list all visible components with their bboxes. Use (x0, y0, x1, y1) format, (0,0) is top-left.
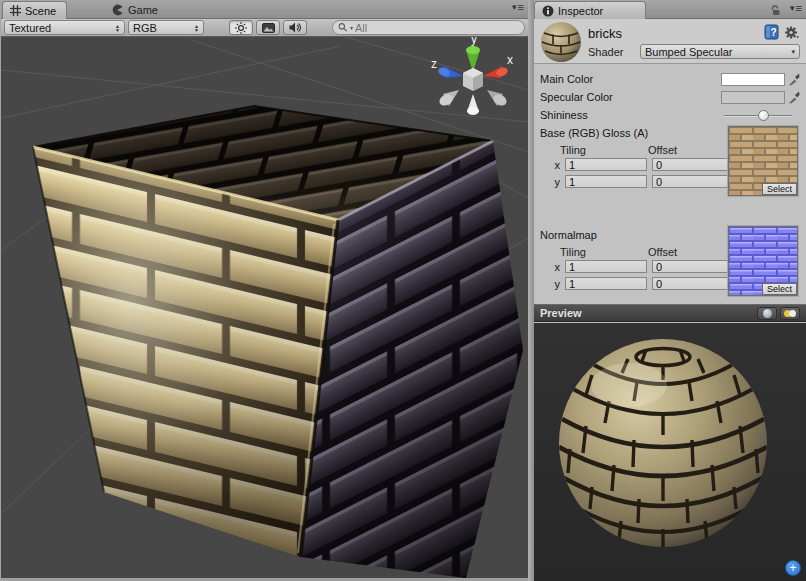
shader-value: Bumped Specular (645, 46, 791, 58)
normalmap-thumbnail[interactable]: Select (728, 226, 798, 296)
x-axis-label: x (552, 261, 560, 273)
shader-dropdown[interactable]: Bumped Specular ▾ (640, 44, 800, 59)
slider-knob[interactable] (758, 110, 769, 121)
x-axis-label: x (552, 159, 560, 171)
material-preview-area[interactable]: + (534, 323, 806, 581)
normal-tiling-y-input[interactable] (565, 277, 647, 290)
gizmo-x-axis[interactable] (483, 66, 509, 78)
normalmap-section: Normalmap Tiling Offset x y (534, 226, 806, 314)
eyedropper-icon[interactable] (788, 91, 800, 104)
base-offset-x-input[interactable] (652, 158, 728, 171)
main-color-swatch[interactable] (721, 73, 785, 86)
draw-mode-dropdown[interactable]: Textured ▲▼ (4, 20, 125, 35)
channel-mode-value: RGB (133, 22, 190, 34)
channel-mode-dropdown[interactable]: RGB ▲▼ (128, 20, 204, 35)
gizmo-x-label: x (507, 53, 513, 67)
normal-offset-x-input[interactable] (652, 260, 728, 273)
shininess-slider[interactable] (724, 109, 792, 122)
tiling-header: Tiling (552, 246, 640, 258)
add-button[interactable]: + (785, 560, 801, 576)
draw-mode-value: Textured (9, 22, 111, 34)
scene-search-field[interactable]: ▾ (332, 20, 525, 35)
preview-sphere-render (534, 323, 806, 581)
image-icon (262, 23, 275, 33)
scene-grid-icon (10, 5, 21, 16)
unity-editor-window: Scene Game ▾≡ Textured ▲▼ RGB ▲▼ (0, 0, 806, 581)
material-properties: Main Color Specular Color Shininess (534, 64, 806, 314)
scene-tabstrip: Scene Game ▾≡ (1, 0, 528, 19)
preview-title: Preview (540, 307, 754, 319)
speaker-icon (289, 22, 302, 33)
base-offset-y-input[interactable] (652, 175, 728, 188)
inspector-menu-icon[interactable]: ▾≡ (790, 4, 802, 13)
y-axis-label: y (552, 278, 560, 290)
scene-orientation-gizmo[interactable]: y z x (431, 37, 513, 115)
offset-header: Offset (640, 246, 677, 258)
search-icon (338, 22, 348, 33)
y-axis-label: y (552, 176, 560, 188)
gizmo-negative-axes[interactable] (437, 90, 508, 115)
normalmap-select-button[interactable]: Select (762, 283, 797, 295)
gizmo-y-label: y (471, 37, 477, 46)
preview-lighting-button[interactable] (780, 307, 800, 320)
tab-game-label: Game (128, 4, 158, 16)
shader-label: Shader (588, 46, 623, 58)
scene-panel: Scene Game ▾≡ Textured ▲▼ RGB ▲▼ (0, 0, 528, 581)
normal-offset-y-input[interactable] (652, 277, 728, 290)
help-icon[interactable]: ? (764, 24, 779, 40)
base-tiling-y-input[interactable] (565, 175, 647, 188)
tab-game[interactable]: Game (105, 1, 168, 19)
gear-icon[interactable] (784, 25, 800, 40)
base-texture-thumbnail[interactable]: Select (728, 126, 798, 196)
eyedropper-icon[interactable] (788, 73, 800, 86)
offset-header: Offset (640, 144, 677, 156)
shininess-row: Shininess (534, 106, 806, 124)
preview-mesh-button[interactable] (757, 307, 777, 320)
lighting-toggle-button[interactable] (229, 20, 253, 35)
inspector-panel: Inspector ▾≡ (534, 0, 806, 581)
sun-icon (235, 22, 247, 34)
scene-viewport[interactable]: y z x (1, 37, 528, 578)
gizmo-z-axis[interactable] (437, 66, 463, 78)
preview-header-bar[interactable]: Preview (534, 304, 806, 322)
base-tiling-x-input[interactable] (565, 158, 647, 171)
svg-text:?: ? (770, 27, 776, 38)
scene-panel-menu-icon[interactable]: ▾≡ (512, 3, 524, 12)
sphere-icon (763, 309, 772, 318)
specular-color-row: Specular Color (534, 88, 806, 106)
specular-color-label: Specular Color (540, 91, 721, 103)
audio-toggle-button[interactable] (283, 20, 307, 35)
dropdown-arrows-icon: ▲▼ (115, 24, 120, 32)
base-texture-select-button[interactable]: Select (762, 183, 797, 195)
search-input[interactable] (355, 22, 516, 34)
scene-toolbar: Textured ▲▼ RGB ▲▼ (1, 19, 528, 37)
gizmo-z-label: z (431, 57, 437, 71)
game-icon (112, 4, 124, 16)
dropdown-arrows-icon: ▲▼ (194, 24, 199, 32)
tiling-header: Tiling (552, 144, 640, 156)
search-filter-arrow-icon: ▾ (350, 24, 353, 31)
main-color-row: Main Color (534, 70, 806, 88)
material-sphere-thumbnail[interactable] (539, 20, 583, 64)
skybox-toggle-button[interactable] (256, 20, 280, 35)
tab-scene[interactable]: Scene (2, 1, 67, 19)
material-name: bricks (588, 26, 622, 41)
plus-icon: + (789, 561, 796, 575)
lock-open-icon[interactable] (770, 5, 780, 16)
brick-cube[interactable] (33, 106, 523, 578)
material-header: bricks Shader Bumped Specular ▾ ? (534, 19, 806, 64)
dropdown-arrow-icon: ▾ (791, 48, 795, 56)
info-icon (542, 5, 554, 17)
scene-3d-render: y z x (1, 37, 529, 581)
base-texture-section: Base (RGB) Gloss (A) Tiling Offset x y (534, 124, 806, 212)
normal-tiling-x-input[interactable] (565, 260, 647, 273)
main-color-label: Main Color (540, 73, 721, 85)
shininess-label: Shininess (540, 109, 724, 121)
inspector-tabstrip: Inspector ▾≡ (534, 0, 806, 19)
light-white-icon (789, 310, 796, 317)
tab-scene-label: Scene (25, 5, 56, 17)
specular-color-swatch[interactable] (721, 91, 785, 104)
tab-inspector-label: Inspector (558, 5, 603, 17)
tab-inspector[interactable]: Inspector (534, 1, 646, 19)
